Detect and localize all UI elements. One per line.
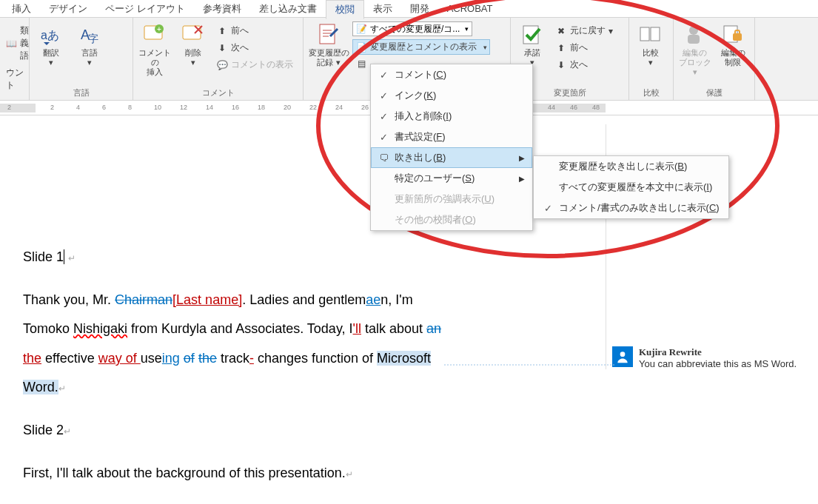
comment-delete-icon bbox=[181, 23, 205, 47]
track-changes-button[interactable]: 変更履歴の記録 ▾ bbox=[306, 20, 351, 67]
svg-point-16 bbox=[620, 352, 626, 357]
new-comment-button[interactable]: + コメントの挿入 bbox=[136, 20, 173, 78]
svg-rect-12 bbox=[688, 35, 700, 44]
caret-down-icon: ▾ bbox=[465, 25, 469, 33]
comment-prev-button[interactable]: ⬆ 前へ bbox=[213, 23, 296, 38]
show-markup-icon: 📄 bbox=[355, 41, 367, 53]
avatar bbox=[612, 346, 633, 367]
comment-body: You can abbreviate this as MS Word. bbox=[639, 358, 797, 369]
check-icon: ✓ bbox=[378, 132, 389, 143]
prev-icon: ⬆ bbox=[216, 25, 228, 37]
menu-comments[interactable]: ✓コメント(C) bbox=[371, 64, 532, 85]
group-label-protect: 保護 bbox=[677, 86, 751, 100]
comment-next-button[interactable]: ⬇ 次へ bbox=[213, 40, 296, 56]
tab-acrobat[interactable]: ACROBAT bbox=[438, 1, 502, 16]
tab-review[interactable]: 校閲 bbox=[326, 0, 364, 19]
para-slide2: Slide 2↵ bbox=[23, 416, 497, 446]
thesaurus-button[interactable]: 📖 類義語 bbox=[3, 23, 33, 64]
show-comments-icon: 💬 bbox=[216, 59, 228, 71]
reject-icon: ✖ bbox=[555, 25, 567, 37]
markup-display-combo[interactable]: 📝 すべての変更履歴/コ... ▾ bbox=[352, 21, 472, 36]
menu-balloons[interactable]: 🗨吹き出し(B)▶ bbox=[371, 147, 532, 168]
comment-box[interactable]: Kujira Rewrite You can abbreviate this a… bbox=[606, 346, 818, 369]
next-icon: ⬇ bbox=[216, 42, 228, 54]
group-label-compare: 比較 bbox=[632, 86, 670, 100]
tab-view[interactable]: 表示 bbox=[364, 0, 401, 18]
svg-point-11 bbox=[689, 26, 698, 35]
compare-button[interactable]: 比較▾ bbox=[632, 20, 669, 67]
compare-icon bbox=[639, 23, 663, 47]
svg-rect-9 bbox=[640, 27, 649, 41]
tab-design[interactable]: デザイン bbox=[40, 0, 96, 18]
show-markup-menu: ✓コメント(C) ✓インク(K) ✓挿入と削除(I) ✓書式設定(F) 🗨吹き出… bbox=[370, 64, 533, 231]
block-authors-button[interactable]: 編集のブロック ▾ bbox=[677, 20, 714, 78]
language-icon: A字 bbox=[78, 23, 101, 47]
book-icon: 📖 bbox=[6, 38, 17, 50]
para-5: First, I'll talk about the background of… bbox=[23, 459, 497, 488]
para-3: the effective way of useing of the track… bbox=[23, 344, 497, 374]
svg-text:aあ: aあ bbox=[41, 29, 59, 41]
svg-text:+: + bbox=[157, 25, 161, 33]
track-icon bbox=[317, 23, 341, 47]
comment-new-icon: + bbox=[143, 23, 167, 47]
show-markup-button[interactable]: 📄 変更履歴とコメントの表示 ▾ bbox=[352, 39, 490, 55]
menu-highlight-updates: 更新箇所の強調表示(U) bbox=[371, 189, 532, 209]
accept-icon bbox=[520, 23, 544, 47]
submenu-show-inline[interactable]: すべての変更履歴を本文中に表示(I) bbox=[534, 177, 728, 198]
para-1: Thank you, Mr. Chairman[Last name]. Ladi… bbox=[23, 286, 497, 315]
translate-icon: aあ bbox=[39, 23, 63, 47]
prev-icon: ⬆ bbox=[555, 42, 567, 54]
delete-comment-button[interactable]: 削除▾ bbox=[175, 20, 212, 67]
caret-down-icon: ▾ bbox=[483, 44, 487, 51]
word-count-button[interactable]: ウント bbox=[3, 65, 33, 93]
chevron-right-icon: ▶ bbox=[519, 154, 525, 162]
block-icon bbox=[683, 23, 707, 47]
menu-formatting[interactable]: ✓書式設定(F) bbox=[371, 127, 532, 147]
svg-rect-6 bbox=[183, 26, 201, 39]
menu-ink[interactable]: ✓インク(K) bbox=[371, 85, 532, 106]
para-slide1: Slide 1 ↵ bbox=[23, 243, 497, 272]
markup-icon: 📝 bbox=[356, 24, 367, 34]
balloon-icon: 🗨 bbox=[378, 152, 389, 164]
menu-other-authors: その他の校閲者(O) bbox=[371, 209, 532, 230]
para-4: Word.↵ bbox=[23, 373, 497, 403]
svg-rect-10 bbox=[651, 27, 660, 41]
para-2: Tomoko Nishigaki from Kurdyla and Associ… bbox=[23, 315, 497, 344]
group-label-language: 言語 bbox=[33, 86, 130, 100]
translate-button[interactable]: aあ 翻訳▾ bbox=[33, 20, 70, 67]
comment-author: Kujira Rewrite bbox=[639, 346, 797, 358]
language-button[interactable]: A字 言語▾ bbox=[71, 20, 108, 67]
reject-button[interactable]: ✖ 元に戻す ▾ bbox=[552, 23, 616, 38]
svg-text:字: 字 bbox=[88, 33, 98, 44]
menu-specific-users[interactable]: 特定のユーザー(S)▶ bbox=[371, 168, 532, 189]
change-prev-button[interactable]: ⬆ 前へ bbox=[552, 40, 616, 56]
pane-icon: ▤ bbox=[355, 58, 367, 70]
check-icon: ✓ bbox=[378, 111, 389, 122]
group-label-comment: コメント bbox=[136, 86, 300, 100]
change-next-button[interactable]: ⬇ 次へ bbox=[552, 57, 616, 73]
submenu-comments-formatting-only[interactable]: ✓コメント/書式のみ吹き出しに表示(C) bbox=[534, 198, 728, 218]
restrict-editing-button[interactable]: 編集の制限 bbox=[715, 20, 752, 67]
tab-references[interactable]: 参考資料 bbox=[194, 0, 250, 18]
tab-mailings[interactable]: 差し込み文書 bbox=[250, 0, 326, 18]
next-icon: ⬇ bbox=[555, 59, 567, 71]
menu-insertions-deletions[interactable]: ✓挿入と削除(I) bbox=[371, 106, 532, 127]
submenu-show-in-balloons[interactable]: 変更履歴を吹き出しに表示(B) bbox=[534, 156, 728, 177]
check-icon: ✓ bbox=[378, 70, 389, 81]
tab-layout[interactable]: ページ レイアウト bbox=[96, 0, 194, 18]
show-comments-button[interactable]: 💬 コメントの表示 bbox=[213, 57, 296, 73]
chevron-right-icon: ▶ bbox=[519, 175, 525, 183]
accept-button[interactable]: 承諾▾ bbox=[514, 20, 551, 67]
check-icon: ✓ bbox=[378, 90, 389, 101]
restrict-icon bbox=[721, 23, 745, 47]
balloons-submenu: 変更履歴を吹き出しに表示(B) すべての変更履歴を本文中に表示(I) ✓コメント… bbox=[533, 155, 729, 219]
tab-insert[interactable]: 挿入 bbox=[3, 0, 40, 18]
check-icon: ✓ bbox=[543, 203, 553, 214]
tab-developer[interactable]: 開発 bbox=[401, 0, 438, 18]
